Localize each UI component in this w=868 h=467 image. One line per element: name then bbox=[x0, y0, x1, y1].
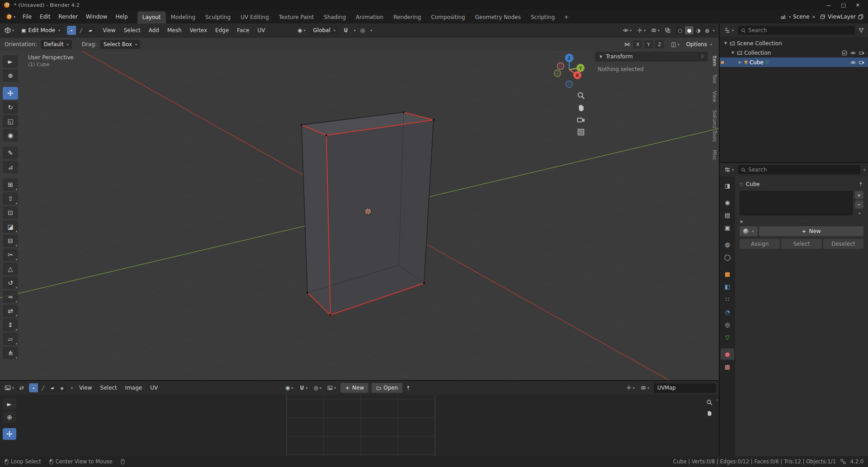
expand-icon[interactable]: ▼ bbox=[731, 51, 735, 55]
viewport-menu-mesh[interactable]: Mesh bbox=[163, 25, 186, 35]
sidebar-tab-sollumz-tools[interactable]: Sollumz Tools bbox=[711, 107, 719, 145]
mode-dropdown[interactable]: ▣ Edit Mode bbox=[18, 26, 63, 35]
properties-tab-object-data[interactable]: ▽ bbox=[721, 332, 734, 343]
shading-material-button[interactable]: ◑ bbox=[694, 26, 703, 34]
properties-tab-world[interactable]: ◯ bbox=[721, 252, 734, 263]
uv-snap-toggle-button[interactable] bbox=[298, 384, 309, 392]
uv-zoom-button[interactable] bbox=[706, 399, 712, 405]
uv-menu-view[interactable]: View bbox=[75, 383, 96, 393]
expand-icon[interactable]: ▼ bbox=[723, 41, 728, 45]
tool-transform[interactable]: ◉ bbox=[3, 129, 18, 142]
outliner-row-scene-collection[interactable]: ▼ Scene Collection bbox=[720, 38, 868, 48]
tool-cursor[interactable]: ⊕ bbox=[3, 69, 18, 82]
viewport-menu-view[interactable]: View bbox=[99, 25, 119, 35]
outliner-row-cube[interactable]: ▶ ▼ Cube ▽ bbox=[720, 57, 868, 67]
resize-grip-icon[interactable]: ······ bbox=[744, 219, 863, 224]
uv-overlays-button[interactable] bbox=[639, 384, 651, 392]
tool-poly-build[interactable]: △ bbox=[3, 262, 18, 275]
axis-z-button[interactable]: Z bbox=[655, 40, 664, 48]
toggle-xray-button[interactable] bbox=[664, 27, 672, 34]
add-material-slot-button[interactable]: + bbox=[855, 191, 863, 199]
uv-menu-uv[interactable]: UV bbox=[146, 383, 162, 393]
properties-tab-view-layer[interactable]: ▣ bbox=[721, 222, 734, 234]
tool-rip-region[interactable]: ⋔ bbox=[3, 347, 18, 359]
viewlayer-selector[interactable]: ViewLayer bbox=[820, 14, 863, 20]
sidebar-tab-item[interactable]: Item bbox=[711, 52, 719, 70]
properties-tab-physics[interactable]: ◔ bbox=[721, 306, 734, 318]
tool-inset-faces[interactable]: ⊡ bbox=[3, 206, 18, 219]
tool-move[interactable] bbox=[3, 428, 16, 440]
edge-select-button[interactable]: ╱ bbox=[76, 26, 85, 35]
viewport-menu-select[interactable]: Select bbox=[120, 25, 145, 35]
proportional-edit-button[interactable]: ◎ bbox=[359, 26, 366, 34]
tool-measure[interactable]: ⊿ bbox=[3, 161, 18, 173]
viewport-menu-uv[interactable]: UV bbox=[253, 25, 269, 35]
menu-render[interactable]: Render bbox=[54, 12, 82, 22]
tool-shrink-fatten[interactable]: ⇕ bbox=[3, 319, 18, 331]
snap-base-dropdown[interactable]: ◫ bbox=[670, 40, 680, 48]
tool-cursor[interactable]: ⊕ bbox=[3, 411, 16, 423]
outliner-filter-button[interactable] bbox=[857, 27, 865, 34]
workspace-tab-texture-paint[interactable]: Texture Paint bbox=[274, 11, 319, 24]
uv-menu-image[interactable]: Image bbox=[121, 383, 146, 393]
proportional-falloff-dropdown[interactable] bbox=[369, 27, 372, 33]
pivot-point-button[interactable]: ◉ bbox=[296, 26, 307, 34]
new-image-button[interactable]: New bbox=[340, 383, 368, 393]
properties-tab-scene[interactable]: ◍ bbox=[721, 239, 734, 250]
tool-annotate[interactable]: ✎ bbox=[3, 147, 18, 159]
expand-icon[interactable]: ▶ bbox=[740, 219, 744, 224]
workspace-tab-shading[interactable]: Shading bbox=[319, 11, 351, 24]
workspace-tab-animation[interactable]: Animation bbox=[351, 11, 388, 24]
disable-render-camera-icon[interactable] bbox=[859, 50, 864, 56]
pin-id-icon[interactable] bbox=[858, 181, 863, 187]
show-overlays-button[interactable] bbox=[650, 26, 661, 34]
uv-vertex-select-button[interactable]: ∙ bbox=[29, 383, 38, 392]
object-visibility-dropdown[interactable] bbox=[622, 26, 633, 34]
disable-render-camera-icon[interactable] bbox=[859, 60, 864, 65]
drag-dropdown[interactable]: Select Box bbox=[100, 40, 140, 49]
menu-edit[interactable]: Edit bbox=[36, 12, 54, 22]
camera-view-button[interactable] bbox=[577, 116, 585, 124]
properties-tab-output[interactable]: ▤ bbox=[721, 210, 734, 221]
minimize-button[interactable]: — bbox=[826, 2, 831, 8]
properties-tab-render[interactable]: ◉ bbox=[721, 197, 734, 208]
shading-dropdown[interactable] bbox=[712, 27, 715, 33]
viewport-canvas[interactable]: User Perspective (1) Cube ►⊕↻◱◉✎⊿⊞⇧⊡◪⊟✂△… bbox=[0, 51, 719, 380]
uv-sync-selection-button[interactable]: ⇄ bbox=[18, 384, 25, 392]
pan-hand-button[interactable] bbox=[577, 104, 585, 112]
gizmo-negative-y[interactable] bbox=[554, 70, 561, 77]
sidebar-tab-tool[interactable]: Tool bbox=[711, 71, 719, 86]
orientation-dropdown[interactable]: Default bbox=[41, 40, 72, 49]
browse-image-button[interactable] bbox=[326, 384, 337, 392]
sidebar-tab-misc[interactable]: Misc bbox=[711, 147, 719, 163]
menu-window[interactable]: Window bbox=[82, 12, 111, 22]
properties-search[interactable]: Search bbox=[738, 165, 860, 174]
maximize-button[interactable]: □ bbox=[841, 2, 845, 8]
menu-file[interactable]: File bbox=[19, 12, 36, 22]
tool-move[interactable] bbox=[3, 87, 18, 100]
tool-loop-cut[interactable]: ⊟ bbox=[3, 234, 18, 247]
uv-sticky-select-dropdown[interactable] bbox=[70, 385, 73, 391]
open-image-button[interactable]: Open bbox=[372, 383, 402, 393]
assign-button[interactable]: Assign bbox=[740, 239, 780, 249]
properties-options-dropdown[interactable] bbox=[863, 167, 865, 173]
gizmo-negative-x[interactable] bbox=[557, 63, 564, 70]
uv-canvas[interactable]: ►⊕ ‹ bbox=[0, 395, 719, 456]
workspace-tab-modeling[interactable]: Modeling bbox=[166, 11, 201, 24]
uv-island-select-button[interactable]: ◈ bbox=[57, 383, 66, 392]
browse-material-button[interactable] bbox=[740, 226, 758, 236]
workspace-tab-sculpting[interactable]: Sculpting bbox=[200, 11, 236, 24]
properties-tab-object[interactable]: ■ bbox=[721, 268, 734, 280]
viewport-menu-edge[interactable]: Edge bbox=[211, 25, 233, 35]
copy-viewlayer-icon[interactable] bbox=[858, 14, 863, 19]
menu-help[interactable]: Help bbox=[111, 12, 132, 22]
workspace-tab-compositing[interactable]: Compositing bbox=[426, 11, 470, 24]
new-material-button[interactable]: New bbox=[759, 226, 863, 236]
remove-material-slot-button[interactable]: − bbox=[855, 200, 863, 209]
tool-knife[interactable]: ✂ bbox=[3, 248, 18, 261]
uv-proportional-edit-button[interactable]: ◎ bbox=[312, 384, 323, 392]
uv-editor-type-button[interactable] bbox=[3, 384, 16, 392]
workspace-tab-uv-editing[interactable]: UV Editing bbox=[236, 11, 274, 24]
transform-orientation-dropdown[interactable]: Global bbox=[310, 26, 339, 35]
outliner-search[interactable]: Search bbox=[738, 26, 855, 35]
